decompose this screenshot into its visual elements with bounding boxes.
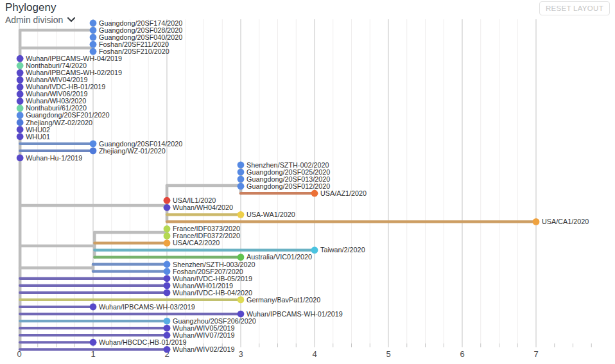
tree-tip-label[interactable]: WHU01	[26, 133, 50, 141]
tree-tip-label[interactable]: Wuhan-Hu-1/2019	[26, 154, 82, 162]
tree-tip-label[interactable]: Wuhan/WH04/2020	[173, 204, 233, 211]
tree-tip-dot[interactable]	[17, 155, 24, 162]
tree-tip-dot[interactable]	[238, 211, 245, 218]
tree-tip-label[interactable]: Wuhan/WIV02/2019	[173, 345, 234, 353]
tree-tip-dot[interactable]	[164, 204, 171, 211]
tree-tip-dot[interactable]	[17, 55, 24, 62]
tree-tip-dot[interactable]	[238, 169, 245, 176]
tree-tip-dot[interactable]	[90, 20, 97, 27]
tree-tip-dot[interactable]	[90, 148, 97, 155]
tree-tip-dot[interactable]	[164, 325, 171, 332]
tree-tip-dot[interactable]	[238, 183, 245, 190]
tree-tip-label[interactable]: Wuhan/IVDC-HB-04/2020	[173, 289, 252, 297]
phylogeny-tree-canvas[interactable]: 01234567Guangdong/20SF174/2020Guangdong/…	[0, 0, 615, 364]
tree-tip-dot[interactable]	[17, 91, 24, 98]
tree-tip-label[interactable]: USA-WA1/2020	[247, 211, 295, 218]
tree-tip-label[interactable]: Guangdong/20SF012/2020	[247, 182, 330, 190]
tree-tip-dot[interactable]	[238, 311, 245, 318]
tree-tip-dot[interactable]	[164, 268, 171, 275]
tree-tip-label[interactable]: Taiwan/2/2020	[320, 246, 365, 254]
tree-tip-dot[interactable]	[164, 332, 171, 339]
tree-tip-dot[interactable]	[90, 27, 97, 34]
tree-tip-dot[interactable]	[238, 162, 245, 169]
tree-tip-dot[interactable]	[17, 98, 24, 105]
tree-tip-label[interactable]: USA/CA1/2020	[542, 218, 589, 225]
tree-tip-dot[interactable]	[311, 190, 318, 197]
tree-tip-dot[interactable]	[238, 254, 245, 261]
tree-tip-dot[interactable]	[90, 41, 97, 48]
tree-tip-dot[interactable]	[164, 290, 171, 297]
tree-tip-dot[interactable]	[17, 112, 24, 119]
tree-tip-dot[interactable]	[17, 126, 24, 133]
tree-tip-dot[interactable]	[164, 225, 171, 232]
axis-tick-label: 7	[533, 349, 538, 359]
tree-tip-dot[interactable]	[17, 62, 24, 69]
tree-tip-label[interactable]: Germany/BavPat1/2020	[247, 296, 320, 304]
phylogeny-panel: Phylogeny Admin division RESET LAYOUT 01…	[0, 0, 615, 364]
tree-tip-dot[interactable]	[17, 105, 24, 112]
tree-tip-dot[interactable]	[90, 304, 97, 311]
tree-tip-dot[interactable]	[90, 34, 97, 41]
tree-tip-dot[interactable]	[238, 297, 245, 304]
tree-tip-dot[interactable]	[90, 48, 97, 55]
tree-tip-dot[interactable]	[164, 275, 171, 282]
tree-tip-dot[interactable]	[17, 83, 24, 91]
axis-tick-label: 3	[238, 349, 243, 359]
tree-tip-dot[interactable]	[164, 346, 171, 353]
tree-tip-dot[interactable]	[164, 261, 171, 268]
tree-tip-dot[interactable]	[164, 282, 171, 289]
tree-tip-dot[interactable]	[164, 239, 171, 247]
tree-tip-label[interactable]: Wuhan/IPBCAMS-WH-03/2019	[99, 303, 195, 311]
tree-tip-label[interactable]: Wuhan/IPBCAMS-WH-01/2019	[247, 310, 343, 318]
tree-tip-dot[interactable]	[238, 176, 245, 183]
tree-tip-dot[interactable]	[164, 197, 171, 204]
tree-tip-label[interactable]: Australia/VIC01/2020	[247, 253, 312, 261]
tree-tip-dot[interactable]	[533, 218, 540, 225]
axis-tick-label: 4	[312, 349, 316, 359]
tree-tip-dot[interactable]	[164, 318, 171, 325]
tree-tip-label[interactable]: USA/AZ1/2020	[320, 189, 367, 197]
tree-tip-dot[interactable]	[311, 247, 318, 254]
tree-tip-dot[interactable]	[17, 76, 24, 83]
tree-tip-dot[interactable]	[17, 133, 24, 140]
tree-tip-dot[interactable]	[164, 232, 171, 239]
axis-tick-label: 5	[386, 349, 390, 359]
tree-tip-dot[interactable]	[90, 339, 97, 346]
tree-tip-dot[interactable]	[17, 119, 24, 126]
tree-tip-label[interactable]: Zhejiang/WZ-01/2020	[99, 147, 166, 155]
tree-tip-label[interactable]: USA/CA2/2020	[173, 239, 220, 247]
tree-tip-dot[interactable]	[90, 140, 97, 147]
axis-tick-label: 6	[460, 349, 464, 359]
tree-tip-dot[interactable]	[17, 69, 24, 76]
